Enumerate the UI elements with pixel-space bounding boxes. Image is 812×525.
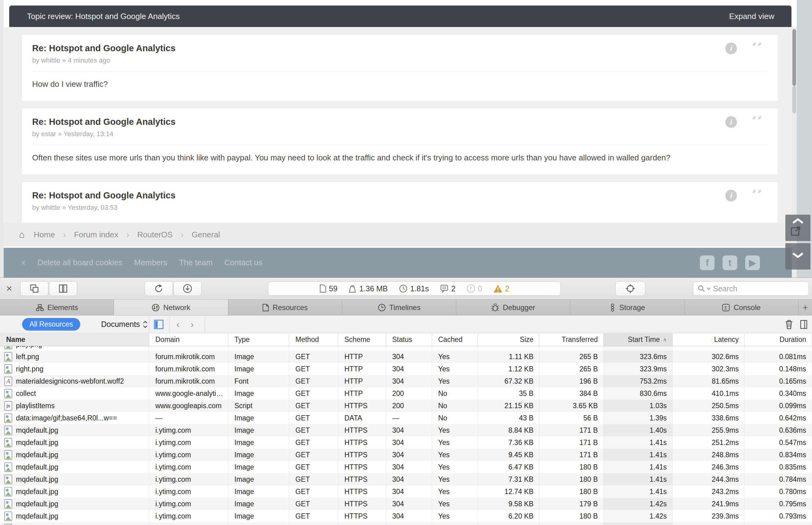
quote-post-icon[interactable]: ”	[750, 116, 763, 129]
network-request-row[interactable]: mqdefault.jpgi.ytimg.comImageGETHTTPS304…	[0, 449, 812, 461]
scroll-to-bottom-button[interactable]	[785, 243, 811, 270]
post-info-icon[interactable]: i	[725, 43, 737, 54]
network-request-row[interactable]: collectwww.google-analyti…ImageGETHTTP20…	[0, 387, 812, 400]
column-header-duration[interactable]: Duration	[745, 333, 812, 346]
column-header-start_time[interactable]: Start Time∧	[604, 333, 673, 346]
tab-storage[interactable]: Storage	[570, 300, 684, 315]
quote-post-icon[interactable]: ”	[750, 43, 763, 55]
cell-duration: 0.835ms	[745, 461, 812, 473]
resource-stats-bar[interactable]: 59 1.36 MB 1.81s 2 0	[268, 282, 561, 296]
column-header-method[interactable]: Method	[289, 333, 338, 346]
console-icon: Σ	[722, 304, 730, 312]
clear-network-items-button[interactable]	[785, 319, 793, 329]
post-info-icon[interactable]: i	[725, 190, 737, 201]
request-name: mqdefault.jpg	[16, 438, 58, 447]
clipped-row-bottom[interactable]: mqdefault.jpg	[0, 522, 812, 525]
type-filter-dropdown[interactable]: Documents	[101, 316, 148, 333]
footer-link-delete-all-board-cookies[interactable]: Delete all board cookies	[37, 258, 123, 267]
cell-domain: forum.mikrotik.com	[149, 350, 228, 363]
all-resources-filter-button[interactable]: All Resources	[22, 318, 80, 331]
inspector-search[interactable]	[693, 282, 809, 296]
facebook-icon[interactable]: f	[700, 255, 715, 270]
toggle-sidebar-button[interactable]	[154, 316, 163, 333]
scrollbar-thumb[interactable]	[792, 29, 796, 86]
quote-post-icon[interactable]: ”	[750, 190, 763, 202]
cell-domain: i.ytimg.com	[149, 449, 228, 461]
footer-link-contact-us[interactable]: Contact us	[224, 258, 262, 267]
tab-resources[interactable]: Resources	[228, 300, 342, 315]
footer-link-members[interactable]: Members	[134, 258, 167, 267]
request-name: playlistItems	[16, 402, 55, 410]
network-request-row[interactable]: mqdefault.jpgi.ytimg.comImageGETHTTPS304…	[0, 498, 812, 510]
add-tab-button[interactable]: +	[798, 300, 812, 315]
breadcrumb-item-general[interactable]: General	[192, 230, 220, 240]
tab-label: Timelines	[389, 303, 421, 312]
clipped-row-top[interactable]: play.png	[0, 346, 812, 350]
storage-icon	[609, 304, 615, 312]
delete-cookies-x-icon[interactable]: ×	[21, 258, 26, 268]
tab-label: Network	[163, 303, 190, 312]
reload-button[interactable]	[145, 281, 173, 296]
cell-method: GET	[289, 363, 338, 375]
toggle-detail-view-button[interactable]	[800, 319, 808, 329]
cell-cached: Yes	[432, 375, 478, 387]
column-header-status[interactable]: Status	[386, 333, 432, 346]
close-inspector-button[interactable]: ×	[6, 283, 12, 294]
history-forward-button[interactable]: ›	[191, 316, 194, 333]
history-back-button[interactable]: ‹	[176, 316, 179, 333]
network-request-row[interactable]: play.png	[0, 346, 812, 350]
youtube-icon[interactable]: ▶	[745, 255, 760, 270]
post-actions: i”	[725, 43, 763, 55]
cell-name: mqdefault.jpg	[0, 436, 149, 449]
cell-size: 8.84 KB	[478, 424, 539, 436]
network-request-row[interactable]: mqdefault.jpgi.ytimg.comImageGETHTTPS304…	[0, 485, 812, 498]
network-request-row[interactable]: mqdefault.jpgi.ytimg.comImageGETHTTPS304…	[0, 424, 812, 436]
tab-debugger[interactable]: Debugger	[456, 300, 570, 315]
cell-name: materialdesignicons-webfont.woff2	[0, 375, 149, 387]
twitter-icon[interactable]: t	[722, 255, 737, 270]
network-request-row[interactable]: right.pngforum.mikrotik.comImageGETHTTP3…	[0, 363, 812, 375]
network-request-row[interactable]: mqdefault.jpgi.ytimg.comImageGETHTTPS304…	[0, 461, 812, 473]
breadcrumb-item-routeros[interactable]: RouterOS	[137, 230, 173, 240]
home-icon[interactable]: ⌂	[19, 229, 25, 240]
element-picker-button[interactable]	[615, 281, 645, 296]
column-header-transferred[interactable]: Transferred	[539, 333, 604, 346]
dock-side-button[interactable]	[20, 281, 48, 296]
cell-start_time: 1.03s	[604, 400, 673, 412]
column-header-latency[interactable]: Latency	[673, 333, 745, 346]
column-header-domain[interactable]: Domain	[149, 333, 228, 346]
network-request-row[interactable]: mqdefault.jpgi.ytimg.comImageGETHTTPS304…	[0, 473, 812, 485]
network-request-row[interactable]: data:image/gif;base64,R0l...w==—ImageGET…	[0, 412, 812, 424]
column-header-size[interactable]: Size	[478, 333, 539, 346]
tab-network[interactable]: Network	[114, 300, 228, 315]
tab-elements[interactable]: Elements	[0, 300, 114, 315]
download-button[interactable]	[173, 281, 202, 296]
tab-console[interactable]: ΣConsole	[685, 300, 798, 315]
breadcrumb-item-home[interactable]: Home	[34, 230, 55, 240]
dock-bottom-button[interactable]	[49, 281, 77, 296]
network-request-row[interactable]: left.pngforum.mikrotik.comImageGETHTTP30…	[0, 350, 812, 363]
column-header-type[interactable]: Type	[228, 333, 289, 346]
network-request-row[interactable]: mqdefault.jpgi.ytimg.comImageGETHTTPS304…	[0, 436, 812, 449]
tab-timelines[interactable]: Timelines	[342, 300, 456, 315]
footer-link-the-team[interactable]: The team	[179, 258, 213, 267]
cell-cached: Yes	[432, 424, 478, 436]
column-header-name[interactable]: Name	[0, 333, 149, 346]
cell-duration: 0.834ms	[745, 449, 812, 461]
post-info-icon[interactable]: i	[725, 116, 737, 128]
scroll-to-top-button[interactable]	[785, 215, 811, 241]
expand-view-link[interactable]: Expand view	[729, 12, 774, 21]
column-header-cached[interactable]: Cached	[432, 333, 478, 346]
column-header-scheme[interactable]: Scheme	[338, 333, 386, 346]
search-input[interactable]	[713, 284, 805, 294]
network-request-row[interactable]: mqdefault.jpgi.ytimg.comImageGETHTTPS304…	[0, 510, 812, 522]
cell-start_time: 1.41s	[604, 436, 673, 449]
cell-name: mqdefault.jpg	[0, 424, 149, 436]
cell-duration: 0.148ms	[745, 363, 812, 375]
network-request-row[interactable]: playlistItemswww.googleapis.comScriptGET…	[0, 400, 812, 412]
breadcrumb-item-forum-index[interactable]: Forum index	[74, 230, 118, 240]
request-name: materialdesignicons-webfont.woff2	[16, 377, 124, 386]
dock-side-icon	[30, 284, 39, 293]
network-request-row[interactable]: mqdefault.jpg	[0, 522, 812, 525]
network-request-row[interactable]: materialdesignicons-webfont.woff2forum.m…	[0, 375, 812, 387]
